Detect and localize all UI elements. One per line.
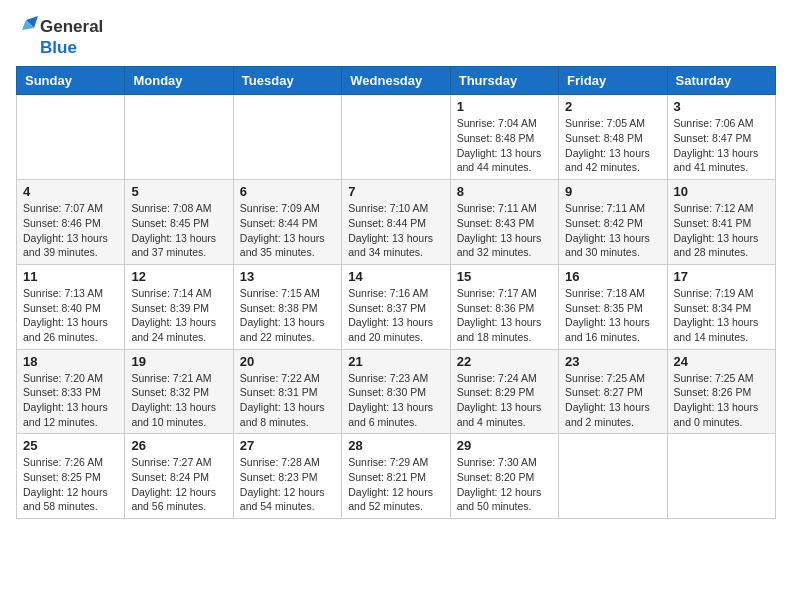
day-number: 18 <box>23 354 118 369</box>
calendar-week-row: 1Sunrise: 7:04 AM Sunset: 8:48 PM Daylig… <box>17 95 776 180</box>
logo-container: General Blue <box>16 16 103 58</box>
calendar-day-cell: 1Sunrise: 7:04 AM Sunset: 8:48 PM Daylig… <box>450 95 558 180</box>
day-info: Sunrise: 7:25 AM Sunset: 8:27 PM Dayligh… <box>565 371 660 430</box>
day-info: Sunrise: 7:24 AM Sunset: 8:29 PM Dayligh… <box>457 371 552 430</box>
logo: General Blue <box>16 16 103 58</box>
calendar-header-row: SundayMondayTuesdayWednesdayThursdayFrid… <box>17 67 776 95</box>
day-number: 14 <box>348 269 443 284</box>
calendar-day-cell: 18Sunrise: 7:20 AM Sunset: 8:33 PM Dayli… <box>17 349 125 434</box>
calendar-table: SundayMondayTuesdayWednesdayThursdayFrid… <box>16 66 776 519</box>
day-number: 11 <box>23 269 118 284</box>
day-info: Sunrise: 7:22 AM Sunset: 8:31 PM Dayligh… <box>240 371 335 430</box>
day-info: Sunrise: 7:26 AM Sunset: 8:25 PM Dayligh… <box>23 455 118 514</box>
calendar-day-cell: 13Sunrise: 7:15 AM Sunset: 8:38 PM Dayli… <box>233 264 341 349</box>
day-info: Sunrise: 7:28 AM Sunset: 8:23 PM Dayligh… <box>240 455 335 514</box>
day-number: 8 <box>457 184 552 199</box>
calendar-day-cell <box>17 95 125 180</box>
calendar-week-row: 4Sunrise: 7:07 AM Sunset: 8:46 PM Daylig… <box>17 180 776 265</box>
day-info: Sunrise: 7:14 AM Sunset: 8:39 PM Dayligh… <box>131 286 226 345</box>
day-number: 16 <box>565 269 660 284</box>
calendar-day-cell <box>125 95 233 180</box>
calendar-day-cell: 22Sunrise: 7:24 AM Sunset: 8:29 PM Dayli… <box>450 349 558 434</box>
calendar-day-cell: 21Sunrise: 7:23 AM Sunset: 8:30 PM Dayli… <box>342 349 450 434</box>
calendar-day-cell: 9Sunrise: 7:11 AM Sunset: 8:42 PM Daylig… <box>559 180 667 265</box>
calendar-day-cell: 19Sunrise: 7:21 AM Sunset: 8:32 PM Dayli… <box>125 349 233 434</box>
day-number: 22 <box>457 354 552 369</box>
day-number: 13 <box>240 269 335 284</box>
day-info: Sunrise: 7:21 AM Sunset: 8:32 PM Dayligh… <box>131 371 226 430</box>
day-number: 9 <box>565 184 660 199</box>
day-number: 26 <box>131 438 226 453</box>
calendar-day-cell: 4Sunrise: 7:07 AM Sunset: 8:46 PM Daylig… <box>17 180 125 265</box>
calendar-day-cell: 10Sunrise: 7:12 AM Sunset: 8:41 PM Dayli… <box>667 180 775 265</box>
calendar-day-cell <box>233 95 341 180</box>
day-number: 15 <box>457 269 552 284</box>
calendar-day-cell <box>559 434 667 519</box>
calendar-week-row: 18Sunrise: 7:20 AM Sunset: 8:33 PM Dayli… <box>17 349 776 434</box>
calendar-day-cell: 26Sunrise: 7:27 AM Sunset: 8:24 PM Dayli… <box>125 434 233 519</box>
day-info: Sunrise: 7:27 AM Sunset: 8:24 PM Dayligh… <box>131 455 226 514</box>
day-number: 19 <box>131 354 226 369</box>
day-info: Sunrise: 7:20 AM Sunset: 8:33 PM Dayligh… <box>23 371 118 430</box>
calendar-day-cell: 3Sunrise: 7:06 AM Sunset: 8:47 PM Daylig… <box>667 95 775 180</box>
day-info: Sunrise: 7:29 AM Sunset: 8:21 PM Dayligh… <box>348 455 443 514</box>
day-info: Sunrise: 7:13 AM Sunset: 8:40 PM Dayligh… <box>23 286 118 345</box>
calendar-day-cell: 6Sunrise: 7:09 AM Sunset: 8:44 PM Daylig… <box>233 180 341 265</box>
calendar-day-cell: 17Sunrise: 7:19 AM Sunset: 8:34 PM Dayli… <box>667 264 775 349</box>
day-number: 25 <box>23 438 118 453</box>
calendar-week-row: 25Sunrise: 7:26 AM Sunset: 8:25 PM Dayli… <box>17 434 776 519</box>
page-header: General Blue <box>16 16 776 58</box>
calendar-day-cell: 12Sunrise: 7:14 AM Sunset: 8:39 PM Dayli… <box>125 264 233 349</box>
calendar-day-cell <box>342 95 450 180</box>
day-number: 10 <box>674 184 769 199</box>
day-info: Sunrise: 7:25 AM Sunset: 8:26 PM Dayligh… <box>674 371 769 430</box>
day-number: 24 <box>674 354 769 369</box>
day-info: Sunrise: 7:18 AM Sunset: 8:35 PM Dayligh… <box>565 286 660 345</box>
calendar-day-cell: 20Sunrise: 7:22 AM Sunset: 8:31 PM Dayli… <box>233 349 341 434</box>
day-number: 1 <box>457 99 552 114</box>
day-info: Sunrise: 7:11 AM Sunset: 8:43 PM Dayligh… <box>457 201 552 260</box>
day-number: 5 <box>131 184 226 199</box>
day-info: Sunrise: 7:12 AM Sunset: 8:41 PM Dayligh… <box>674 201 769 260</box>
day-info: Sunrise: 7:04 AM Sunset: 8:48 PM Dayligh… <box>457 116 552 175</box>
day-info: Sunrise: 7:07 AM Sunset: 8:46 PM Dayligh… <box>23 201 118 260</box>
day-number: 6 <box>240 184 335 199</box>
day-info: Sunrise: 7:15 AM Sunset: 8:38 PM Dayligh… <box>240 286 335 345</box>
calendar-day-cell: 27Sunrise: 7:28 AM Sunset: 8:23 PM Dayli… <box>233 434 341 519</box>
logo-blue-text: Blue <box>40 38 103 58</box>
calendar-day-cell: 16Sunrise: 7:18 AM Sunset: 8:35 PM Dayli… <box>559 264 667 349</box>
calendar-header-cell: Wednesday <box>342 67 450 95</box>
day-number: 12 <box>131 269 226 284</box>
day-info: Sunrise: 7:11 AM Sunset: 8:42 PM Dayligh… <box>565 201 660 260</box>
day-number: 21 <box>348 354 443 369</box>
calendar-day-cell: 25Sunrise: 7:26 AM Sunset: 8:25 PM Dayli… <box>17 434 125 519</box>
day-info: Sunrise: 7:19 AM Sunset: 8:34 PM Dayligh… <box>674 286 769 345</box>
calendar-day-cell: 23Sunrise: 7:25 AM Sunset: 8:27 PM Dayli… <box>559 349 667 434</box>
calendar-week-row: 11Sunrise: 7:13 AM Sunset: 8:40 PM Dayli… <box>17 264 776 349</box>
logo-general-text: General <box>40 17 103 37</box>
day-number: 4 <box>23 184 118 199</box>
day-info: Sunrise: 7:16 AM Sunset: 8:37 PM Dayligh… <box>348 286 443 345</box>
calendar-day-cell: 2Sunrise: 7:05 AM Sunset: 8:48 PM Daylig… <box>559 95 667 180</box>
calendar-day-cell: 29Sunrise: 7:30 AM Sunset: 8:20 PM Dayli… <box>450 434 558 519</box>
day-number: 2 <box>565 99 660 114</box>
day-number: 23 <box>565 354 660 369</box>
day-number: 7 <box>348 184 443 199</box>
day-number: 20 <box>240 354 335 369</box>
day-number: 17 <box>674 269 769 284</box>
logo-bird-icon <box>16 16 38 38</box>
calendar-header-cell: Tuesday <box>233 67 341 95</box>
day-info: Sunrise: 7:10 AM Sunset: 8:44 PM Dayligh… <box>348 201 443 260</box>
calendar-day-cell: 7Sunrise: 7:10 AM Sunset: 8:44 PM Daylig… <box>342 180 450 265</box>
calendar-day-cell: 5Sunrise: 7:08 AM Sunset: 8:45 PM Daylig… <box>125 180 233 265</box>
day-info: Sunrise: 7:23 AM Sunset: 8:30 PM Dayligh… <box>348 371 443 430</box>
calendar-day-cell: 11Sunrise: 7:13 AM Sunset: 8:40 PM Dayli… <box>17 264 125 349</box>
day-number: 29 <box>457 438 552 453</box>
calendar-header-cell: Saturday <box>667 67 775 95</box>
day-info: Sunrise: 7:06 AM Sunset: 8:47 PM Dayligh… <box>674 116 769 175</box>
calendar-header-cell: Sunday <box>17 67 125 95</box>
day-info: Sunrise: 7:09 AM Sunset: 8:44 PM Dayligh… <box>240 201 335 260</box>
day-number: 27 <box>240 438 335 453</box>
day-number: 28 <box>348 438 443 453</box>
calendar-day-cell <box>667 434 775 519</box>
